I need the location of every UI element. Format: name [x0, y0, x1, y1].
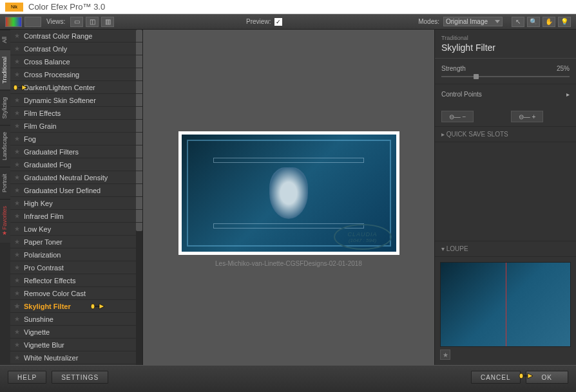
tab-landscape[interactable]: Landscape [0, 125, 10, 167]
preview-checkbox[interactable]: ✓ [274, 18, 282, 26]
preview-area: CLAUDIA (1047 : 594) Les-Michiko-van-Lin… [143, 30, 434, 365]
filter-item[interactable]: ★Low Key [10, 223, 142, 236]
star-icon[interactable]: ★ [14, 161, 20, 168]
star-icon[interactable]: ★ [14, 97, 20, 104]
filter-title: Skylight Filter [441, 42, 570, 53]
filter-item[interactable]: ★Reflector Effects [10, 274, 142, 287]
view-side-icon[interactable]: ▥ [101, 17, 114, 27]
filter-item[interactable]: ★Pro Contrast [10, 261, 142, 274]
filter-item[interactable]: ★White Neutralizer [10, 351, 142, 364]
star-icon[interactable]: ★ [14, 328, 20, 335]
star-icon[interactable]: ★ [14, 238, 20, 245]
cancel-button[interactable]: CANCEL [471, 371, 521, 384]
star-icon[interactable]: ★ [14, 174, 20, 181]
filter-item[interactable]: ★Fog [10, 133, 142, 145]
tab-portrait[interactable]: Portrait [0, 167, 10, 199]
filter-item[interactable]: ★Dynamic Skin Softener [10, 94, 142, 107]
watermark-coords: (1047 : 594) [349, 238, 376, 243]
star-icon[interactable]: ★ [14, 290, 20, 297]
filter-item[interactable]: ★Contrast Only [10, 42, 142, 55]
filter-label: Vignette [24, 328, 50, 336]
light-tool-icon[interactable]: 💡 [558, 17, 571, 27]
filter-label: Film Effects [24, 109, 61, 117]
filter-item[interactable]: ★Vignette Blur [10, 339, 142, 351]
filter-item[interactable]: ★Sunshine [10, 313, 142, 326]
filter-item[interactable]: ★Polarization [10, 248, 142, 261]
app-title: Color Efex Pro™ 3.0 [28, 2, 105, 12]
view-mode-bw-icon[interactable] [24, 17, 41, 27]
star-icon[interactable]: ★ [14, 122, 20, 129]
tab-stylizing[interactable]: Stylizing [0, 90, 10, 126]
filter-label: Remove Color Cast [24, 290, 86, 297]
loupe-image[interactable] [440, 262, 571, 348]
strength-slider[interactable] [441, 76, 570, 77]
star-icon[interactable]: ★ [14, 264, 20, 271]
filter-item[interactable]: ★Graduated Fog [10, 158, 142, 171]
view-single-icon[interactable]: ▭ [70, 17, 83, 27]
hand-tool-icon[interactable]: ✋ [542, 17, 555, 27]
filter-item[interactable]: ★Skylight Filter [10, 300, 142, 313]
chevron-right-icon[interactable]: ▸ [566, 91, 570, 98]
filter-list[interactable]: ★Contrast Color Range★Contrast Only★Cros… [10, 30, 143, 365]
star-icon[interactable]: ★ [14, 109, 20, 117]
filter-item[interactable]: ★Vignette [10, 326, 142, 339]
slider-thumb[interactable] [474, 74, 479, 79]
tab-traditional[interactable]: Traditional [0, 50, 10, 90]
star-icon[interactable]: ★ [14, 225, 20, 232]
filter-item[interactable]: ★Paper Toner [10, 236, 142, 248]
view-split-icon[interactable]: ◫ [86, 17, 99, 27]
star-icon[interactable]: ★ [14, 71, 20, 78]
filter-item[interactable]: ★Cross Processing [10, 68, 142, 81]
pointer-tool-icon[interactable]: ↖ [512, 17, 524, 27]
star-icon[interactable]: ★ [14, 212, 20, 219]
star-icon[interactable]: ★ [14, 148, 20, 155]
zoom-tool-icon[interactable]: 🔍 [527, 17, 540, 27]
star-icon[interactable]: ★ [14, 354, 20, 361]
ok-button[interactable]: OK [526, 371, 568, 384]
filter-item[interactable]: ★Cross Balance [10, 55, 142, 68]
preview-label: Preview: [246, 18, 271, 25]
filter-item[interactable]: ★Contrast Color Range [10, 30, 142, 42]
control-points-section: Control Points▸ [435, 84, 576, 107]
filter-item[interactable]: ★Remove Color Cast [10, 287, 142, 300]
filter-item[interactable]: ★Graduated Neutral Density [10, 171, 142, 184]
filter-item[interactable]: ★Film Effects [10, 107, 142, 120]
star-icon[interactable]: ★ [14, 341, 20, 348]
filter-item[interactable]: ★High Key [10, 197, 142, 210]
filter-label: Contrast Only [24, 45, 67, 53]
filter-item[interactable]: ★Film Grain [10, 120, 142, 133]
cp-remove-button[interactable]: ⊖— − [441, 111, 474, 122]
star-icon[interactable]: ★ [14, 58, 20, 65]
star-icon[interactable]: ★ [14, 200, 20, 207]
filter-item[interactable]: ★Darken/Lighten Center [10, 81, 142, 94]
cp-add-button[interactable]: ⊖— + [511, 111, 543, 122]
loupe-favorite-button[interactable]: ★ [440, 350, 450, 360]
help-button[interactable]: HELP [8, 371, 46, 384]
svg-point-1 [91, 304, 95, 309]
tab-favorites[interactable]: ★ Favorites [0, 199, 10, 243]
star-icon[interactable]: ★ [14, 303, 20, 310]
modes-select[interactable]: Original Image [443, 17, 503, 26]
star-icon[interactable]: ★ [14, 135, 20, 142]
dropdown-icon [495, 20, 500, 23]
loupe-panel: ★ [435, 257, 576, 366]
quick-save-section[interactable]: ▸ QUICK SAVE SLOTS [435, 126, 576, 142]
filter-label: Sunshine [24, 315, 53, 323]
star-icon[interactable]: ★ [14, 315, 20, 322]
filter-label: Cross Processing [24, 71, 79, 79]
filter-label: Vignette Blur [24, 341, 64, 349]
filter-item[interactable]: ★Graduated User Defined [10, 184, 142, 197]
settings-button[interactable]: SETTINGS [52, 371, 108, 384]
filter-item[interactable]: ★Graduated Filters [10, 145, 142, 158]
loupe-section-header[interactable]: ▾ LOUPE [435, 241, 576, 257]
star-icon[interactable]: ★ [14, 45, 20, 52]
tab-all[interactable]: All [0, 30, 10, 50]
app-logo: Nik [5, 3, 23, 12]
svg-point-0 [14, 85, 17, 90]
star-icon[interactable]: ★ [14, 32, 20, 39]
view-mode-color-icon[interactable] [5, 17, 22, 27]
star-icon[interactable]: ★ [14, 251, 20, 258]
star-icon[interactable]: ★ [14, 187, 20, 194]
star-icon[interactable]: ★ [14, 277, 20, 284]
filter-item[interactable]: ★Infrared Film [10, 210, 142, 223]
